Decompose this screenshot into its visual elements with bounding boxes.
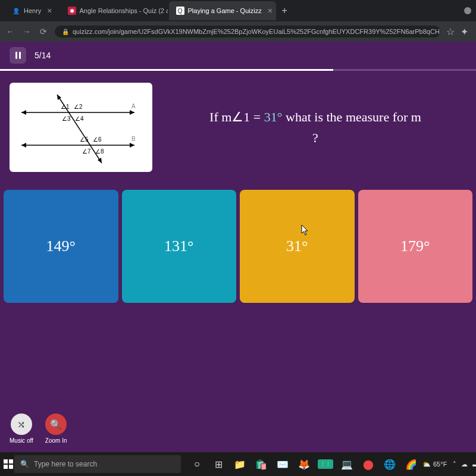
tab-label: Henry [24, 7, 41, 14]
mail-icon[interactable]: ✉️ [273, 455, 293, 473]
quiz-favicon-icon: ✱ [68, 7, 76, 15]
minimize-icon[interactable] [464, 7, 471, 14]
svg-marker-4 [130, 143, 134, 148]
answer-option-4[interactable]: 179° [358, 190, 473, 303]
extensions-icon[interactable]: ✦ [461, 26, 471, 37]
shuffle-music-icon: ⤭ [11, 414, 32, 435]
forward-button[interactable]: → [21, 27, 32, 36]
search-icon: 🔍 [20, 460, 29, 468]
url-input[interactable]: 🔒 quizizz.com/join/game/U2FsdGVkX19NWMbZ… [55, 26, 440, 37]
weather-widget[interactable]: ⛅ 65°F [422, 461, 447, 468]
answer-option-2[interactable]: 131° [122, 190, 237, 303]
search-placeholder: Type here to search [34, 460, 97, 468]
onedrive-icon[interactable]: ☁ [461, 461, 468, 468]
tab-angle-relationships[interactable]: ✱ Angle Relationships - Quiz (2 at × [61, 1, 168, 20]
tab-label: Angle Relationships - Quiz (2 at [80, 7, 168, 14]
svg-marker-5 [21, 143, 26, 148]
lock-icon: 🔒 [62, 29, 69, 35]
edge-icon[interactable]: 🌐 [380, 455, 400, 473]
new-tab-button[interactable]: + [277, 5, 292, 16]
close-icon[interactable]: × [47, 6, 52, 15]
svg-rect-20 [9, 459, 13, 464]
svg-text:∠5: ∠5 [80, 136, 89, 143]
svg-text:∠4: ∠4 [75, 115, 84, 122]
svg-rect-19 [4, 459, 8, 464]
svg-text:∠3: ∠3 [62, 115, 71, 122]
firefox-icon[interactable]: 🦊 [294, 455, 314, 473]
tab-henry[interactable]: 👤 Henry × [5, 1, 60, 20]
answer-option-3[interactable]: 31° [240, 190, 355, 303]
task-view-icon[interactable]: ⊞ [208, 455, 228, 473]
svg-marker-7 [57, 95, 61, 100]
laptop-icon[interactable]: 💻 [337, 455, 357, 473]
svg-rect-22 [9, 465, 13, 469]
svg-text:B: B [131, 136, 136, 142]
chevron-up-icon[interactable]: ˄ [453, 461, 456, 468]
app-icon[interactable]: ⋮⋮ [315, 455, 336, 473]
angle-diagram: ∠1 ∠2 ∠3 ∠4 ∠5 ∠6 ∠7 ∠8 A B [10, 83, 152, 172]
person-icon: 👤 [12, 7, 20, 15]
svg-text:∠7: ∠7 [82, 148, 91, 155]
taskbar-search[interactable]: 🔍 Type here to search [14, 455, 181, 473]
address-bar: ← → ⟳ 🔒 quizizz.com/join/game/U2FsdGVkX1… [0, 21, 476, 42]
start-button[interactable] [4, 455, 13, 474]
battery-icon[interactable]: ▬ [472, 461, 476, 468]
url-text: quizizz.com/join/game/U2FsdGVkX19NWMbZmj… [73, 28, 440, 35]
chrome-icon[interactable]: 🌈 [401, 455, 421, 473]
back-button[interactable]: ← [5, 27, 15, 36]
svg-text:∠8: ∠8 [95, 148, 104, 155]
cortana-icon[interactable]: ○ [187, 455, 207, 473]
svg-marker-2 [21, 110, 26, 115]
cloud-icon: ⛅ [422, 461, 431, 468]
music-toggle[interactable]: ⤭ Music off [10, 414, 33, 444]
zoom-in-button[interactable]: 🔍 Zoom In [45, 414, 67, 444]
svg-text:∠2: ∠2 [74, 104, 83, 110]
answer-options: 149° 131° 31° 179° [0, 190, 476, 303]
question-text: If m∠1 = 31° what is the measure for m? [164, 107, 466, 148]
pause-button[interactable] [10, 47, 26, 64]
pause-icon [15, 52, 21, 59]
bookmark-star-icon[interactable]: ☆ [446, 26, 455, 37]
svg-text:A: A [131, 103, 136, 109]
windows-logo-icon [4, 459, 13, 469]
svg-rect-21 [4, 465, 8, 469]
tab-playing-game[interactable]: Q Playing a Game - Quizizz × [169, 1, 276, 20]
magnify-plus-icon: 🔍 [45, 414, 67, 435]
office-icon[interactable]: ⬤ [358, 455, 378, 473]
microsoft-store-icon[interactable]: 🛍️ [251, 455, 271, 473]
reload-button[interactable]: ⟳ [38, 27, 49, 36]
svg-marker-8 [98, 158, 102, 163]
quizizz-favicon-icon: Q [176, 7, 184, 15]
answer-option-1[interactable]: 149° [4, 190, 118, 303]
file-explorer-icon[interactable]: 📁 [230, 455, 250, 473]
browser-tab-strip: 👤 Henry × ✱ Angle Relationships - Quiz (… [0, 0, 476, 21]
svg-text:∠1: ∠1 [61, 104, 70, 110]
question-progress: 5/14 [35, 51, 51, 60]
windows-taskbar: 🔍 Type here to search ○ ⊞ 📁 🛍️ ✉️ 🦊 ⋮⋮ 💻… [0, 452, 476, 476]
window-controls [464, 7, 471, 14]
svg-marker-1 [130, 110, 134, 115]
tab-label: Playing a Game - Quizizz [188, 7, 262, 14]
svg-text:∠6: ∠6 [93, 136, 102, 143]
close-icon[interactable]: × [268, 6, 273, 15]
quiz-content: 5/14 ∠1 ∠2 ∠3 ∠4 [0, 42, 476, 452]
